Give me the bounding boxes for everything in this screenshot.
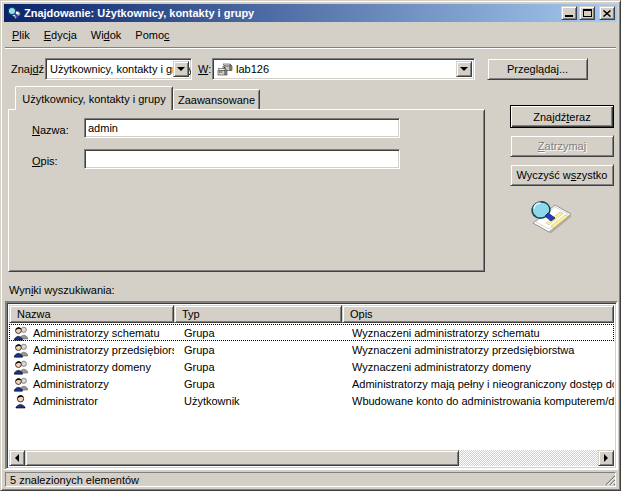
close-button[interactable]	[599, 6, 615, 20]
in-value: lab126	[236, 63, 474, 75]
result-name: Administratorzy domeny	[33, 361, 151, 373]
chevron-down-icon	[177, 67, 185, 75]
scrollbar-track[interactable]	[459, 450, 598, 466]
resize-grip-icon[interactable]	[603, 473, 616, 486]
result-name: Administratorzy	[33, 378, 109, 390]
name-label: Nazwa:	[32, 124, 69, 136]
minimize-button[interactable]	[561, 6, 577, 20]
search-magnifier-icon	[527, 195, 573, 233]
maximize-icon	[583, 9, 592, 17]
stop-button[interactable]: Zatrzymaj	[510, 135, 614, 157]
find-label: Znajdź:	[11, 63, 47, 75]
result-description: Wyznaczeni administratorzy schematu	[346, 324, 614, 341]
arrow-left-icon	[11, 454, 19, 462]
find-type-value: Użytkownicy, kontakty i grupy	[50, 63, 191, 75]
group-icon	[13, 359, 29, 375]
table-row[interactable]: Administratorzy schematu Grupa Wyznaczen…	[9, 324, 614, 341]
menu-bar: Plik Edycja Widok Pomoc	[5, 25, 616, 45]
scroll-left-button[interactable]	[9, 450, 25, 466]
find-dialog-window: Znajdowanie: Użytkownicy, kontakty i gru…	[0, 0, 621, 491]
status-bar: 5 znalezionych elementów	[4, 469, 617, 487]
horizontal-scrollbar[interactable]	[9, 450, 614, 466]
menu-plik[interactable]: Plik	[5, 27, 37, 43]
scrollbar-thumb[interactable]	[25, 450, 459, 466]
table-row[interactable]: Administratorzy przedsiębiorstwa Grupa W…	[9, 341, 614, 358]
result-type: Grupa	[178, 375, 342, 392]
group-icon	[13, 342, 29, 358]
chevron-down-icon	[460, 67, 468, 75]
result-name: Administratorzy przedsiębiorstwa	[33, 344, 174, 356]
clear-all-button[interactable]: Wyczyść wszystko	[510, 164, 614, 186]
result-name: Administratorzy schematu	[33, 327, 160, 339]
column-header-type[interactable]: Typ	[174, 305, 342, 323]
status-text: 5 znalezionych elementów	[10, 474, 139, 486]
in-label: W:	[198, 63, 211, 75]
find-type-combobox[interactable]: Użytkownicy, kontakty i grupy	[45, 58, 192, 80]
result-description: Wbudowane konto do administrowania kompu…	[346, 392, 614, 409]
menu-pomoc[interactable]: Pomoc	[128, 27, 176, 43]
result-description: Wyznaczeni administratorzy domeny	[346, 358, 614, 375]
find-now-button[interactable]: Znajdź teraz	[510, 105, 614, 128]
table-row[interactable]: Administrator Użytkownik Wbudowane konto…	[9, 392, 614, 409]
result-name: Administrator	[33, 395, 98, 407]
find-dialog-icon	[7, 6, 21, 20]
minimize-icon	[565, 15, 573, 17]
window-title: Znajdowanie: Użytkownicy, kontakty i gru…	[24, 7, 561, 19]
title-bar[interactable]: Znajdowanie: Użytkownicy, kontakty i gru…	[4, 4, 617, 22]
column-header-description[interactable]: Opis	[342, 305, 614, 323]
maximize-button[interactable]	[579, 6, 595, 20]
description-label: Opis:	[32, 155, 58, 167]
result-type: Użytkownik	[178, 392, 342, 409]
domain-icon	[217, 61, 233, 77]
table-row[interactable]: Administratorzy domeny Grupa Wyznaczeni …	[9, 358, 614, 375]
tab-page: Nazwa: Opis:	[8, 109, 485, 272]
result-type: Grupa	[178, 324, 342, 341]
results-header: Nazwa Typ Opis	[9, 305, 614, 323]
find-type-dropdown-button[interactable]	[173, 61, 189, 77]
close-icon	[603, 10, 611, 17]
group-icon	[13, 376, 29, 392]
menu-separator	[5, 47, 616, 49]
result-type: Grupa	[178, 358, 342, 375]
result-type: Grupa	[178, 341, 342, 358]
status-field: 5 znalezionych elementów	[5, 472, 616, 487]
arrow-right-icon	[604, 454, 612, 462]
tab-advanced[interactable]: Zaawansowane	[173, 89, 260, 110]
results-label: Wyniki wyszukiwania:	[9, 284, 115, 296]
table-row[interactable]: Administratorzy Grupa Administratorzy ma…	[9, 375, 614, 392]
result-description: Wyznaczeni administratorzy przedsiębiors…	[346, 341, 614, 358]
result-description: Administratorzy mają pełny i nieogranicz…	[346, 375, 614, 392]
browse-button[interactable]: Przeglądaj...	[487, 58, 588, 80]
tab-users-contacts-groups[interactable]: Użytkownicy, kontakty i grupy	[15, 86, 173, 110]
group-icon	[13, 325, 29, 341]
scroll-right-button[interactable]	[598, 450, 614, 466]
menu-widok[interactable]: Widok	[84, 27, 129, 43]
user-icon	[13, 393, 29, 409]
menu-edycja[interactable]: Edycja	[37, 27, 84, 43]
results-list: Nazwa Typ Opis Administratorzy schematu …	[5, 301, 618, 470]
column-header-name[interactable]: Nazwa	[9, 305, 174, 323]
in-dropdown-button[interactable]	[456, 61, 472, 77]
in-combobox[interactable]: lab126	[212, 58, 475, 80]
description-input[interactable]	[84, 149, 400, 169]
name-input[interactable]	[84, 118, 400, 138]
